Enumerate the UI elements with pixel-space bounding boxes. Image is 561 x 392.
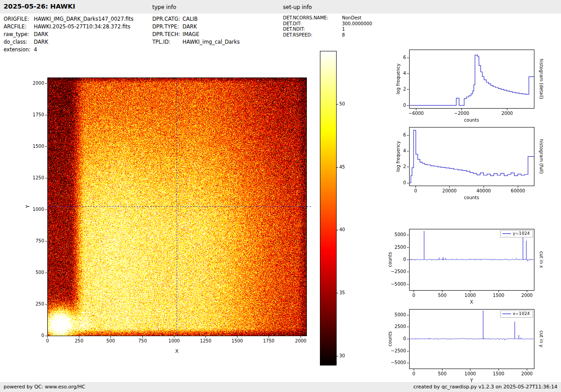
main-image-plot [14,43,315,358]
page-title: 2025-05-26: HAWKI [4,3,75,10]
meta-row-ndit: DET.NDIT:1 [283,27,372,32]
meta-row-dit: DET.DIT:300.0000000 [283,21,372,27]
meta-label: ARCFILE: [4,23,34,31]
meta-value: DARK [34,31,48,38]
meta-row-arcfile: ARCFILE:HAWKI.2025-05-27T10:34:28.372.fi… [4,23,133,31]
setup-info-heading: set-up info [283,4,312,10]
meta-label: raw_type: [4,31,34,38]
meta-row-dpr-tech: DPR.TECH:IMAGE [152,31,240,38]
footer-credit-right: created by qc_rawdisp.py v1.2.3 on 2025-… [413,384,557,390]
meta-value: DARK [182,23,197,31]
meta-value: CALIB [182,15,198,23]
meta-row-rawtype: raw_type:DARK [4,31,133,38]
meta-label: DPR.CATG: [152,15,182,23]
meta-label: DET.NCORRS.NAME: [283,15,342,21]
meta-label: DPR.TYPE: [152,23,182,31]
meta-value: 8 [342,32,345,38]
meta-value: 300.0000000 [342,21,372,27]
qc-report-page: 2025-05-26: HAWKI type info set-up info … [0,0,561,392]
meta-row-ncorrs: DET.NCORRS.NAME:NonDest [283,15,372,21]
meta-label: DET.NDIT: [283,27,342,32]
setup-info-block: DET.NCORRS.NAME:NonDest DET.DIT:300.0000… [283,15,372,38]
meta-value: IMAGE [182,31,199,38]
meta-label: ORIGFILE: [4,15,34,23]
meta-value: HAWKI.2025-05-27T10:34:28.372.fits [34,23,130,31]
colorbar [315,43,356,372]
footer-credit-left: powered by QC: www.eso.org/HC [4,384,85,390]
footer-bar: powered by QC: www.eso.org/HC created by… [0,382,561,392]
meta-label: DET.RSPEED: [283,32,342,38]
type-info-block: DPR.CATG:CALIB DPR.TYPE:DARK DPR.TECH:IM… [152,15,240,46]
histogram-full-plot [383,121,561,202]
type-info-heading: type info [152,4,176,10]
meta-value: HAWKI_IMG_DARK_Darks147_0027.fits [34,15,133,23]
meta-row-dpr-type: DPR.TYPE:DARK [152,23,240,31]
cut-in-y-plot [383,305,561,382]
meta-row-rspeed: DET.RSPEED:8 [283,32,372,38]
meta-value: 1 [342,27,345,32]
meta-value: NonDest [342,15,361,21]
histogram-detail-plot [383,43,561,124]
cut-in-x-plot [383,223,561,305]
header-bar: 2025-05-26: HAWKI type info set-up info [0,0,561,14]
meta-label: DET.DIT: [283,21,342,27]
meta-label: DPR.TECH: [152,31,182,38]
meta-row-origfile: ORIGFILE:HAWKI_IMG_DARK_Darks147_0027.fi… [4,15,133,23]
meta-row-dpr-catg: DPR.CATG:CALIB [152,15,240,23]
